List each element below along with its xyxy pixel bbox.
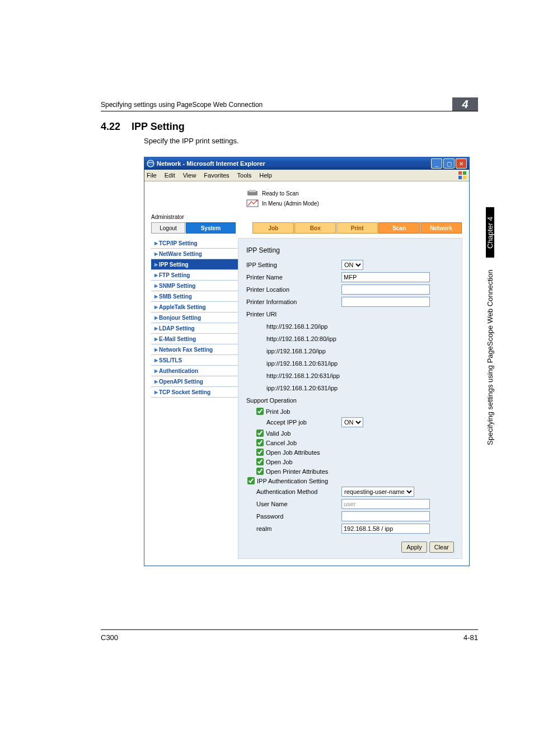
menu-tools[interactable]: Tools	[237, 172, 252, 179]
triangle-icon: ▶	[154, 283, 158, 288]
sidebar-item-label: TCP Socket Setting	[159, 389, 210, 395]
sidebar-item-snmp-setting[interactable]: ▶SNMP Setting	[151, 281, 238, 291]
sidebar-item-label: OpenAPI Setting	[159, 379, 203, 385]
sidebar-item-e-mail-setting[interactable]: ▶E-Mail Setting	[151, 334, 238, 344]
ie-icon	[147, 160, 154, 167]
svg-rect-1	[458, 171, 462, 175]
mode-tabs: Logout System Job Box Print Scan Network	[151, 222, 462, 234]
ipp-setting-select[interactable]: ON	[341, 260, 363, 270]
sidebar-item-tcp-ip-setting[interactable]: ▶TCP/IP Setting	[151, 238, 238, 249]
sidebar-nav: ▶TCP/IP Setting▶NetWare Setting▶IPP Sett…	[151, 238, 238, 559]
sidebar-item-authentication[interactable]: ▶Authentication	[151, 366, 238, 376]
sidebar-item-netware-setting[interactable]: ▶NetWare Setting	[151, 249, 238, 259]
clear-button[interactable]: Clear	[429, 542, 454, 553]
accept-ipp-select[interactable]: ON	[341, 417, 363, 427]
printer-status-icon	[246, 189, 259, 197]
sidebar-item-label: SNMP Setting	[159, 283, 195, 289]
triangle-icon: ▶	[154, 337, 158, 342]
password-input[interactable]	[341, 511, 430, 521]
section-heading: 4.22 IPP Setting	[101, 121, 185, 133]
printer-uri-value: ipp://192.168.1.20/ipp	[246, 348, 326, 354]
apply-button[interactable]: Apply	[401, 542, 427, 553]
printer-location-input[interactable]	[341, 284, 430, 295]
sidebar-item-ipp-setting[interactable]: ▶IPP Setting	[151, 259, 238, 270]
print-job-label: Print Job	[266, 408, 290, 415]
cancel-job-checkbox[interactable]	[256, 439, 264, 446]
auth-method-select[interactable]: requesting-user-name	[341, 487, 414, 497]
triangle-icon: ▶	[154, 390, 158, 395]
svg-point-0	[147, 160, 154, 167]
printer-info-input[interactable]	[341, 297, 430, 307]
sidebar-item-label: SSL/TLS	[159, 357, 182, 363]
side-tab-title: Specifying settings using PageScope Web …	[486, 262, 494, 452]
sidebar-item-label: Authentication	[159, 368, 198, 374]
section-subtext: Specify the IPP print settings.	[144, 137, 239, 145]
window-titlebar[interactable]: Network - Microsoft Internet Explorer _ …	[144, 157, 469, 170]
auth-method-label: Authentication Method	[246, 488, 341, 495]
logout-button[interactable]: Logout	[151, 222, 185, 234]
footer-left: C300	[101, 633, 118, 642]
triangle-icon: ▶	[154, 294, 158, 299]
page-body: Ready to Scan In Menu (Admin Mode) Admin…	[144, 181, 469, 566]
realm-label: realm	[246, 525, 341, 532]
printer-info-label: Printer Information	[246, 298, 341, 305]
menu-view[interactable]: View	[183, 172, 196, 179]
sidebar-item-bonjour-setting[interactable]: ▶Bonjour Setting	[151, 312, 238, 323]
sidebar-item-network-fax-setting[interactable]: ▶Network Fax Setting	[151, 344, 238, 355]
page-header: Specifying settings using PageScope Web …	[101, 97, 478, 111]
triangle-icon: ▶	[154, 347, 158, 352]
sidebar-item-tcp-socket-setting[interactable]: ▶TCP Socket Setting	[151, 387, 238, 398]
open-job-attr-checkbox[interactable]	[256, 449, 264, 456]
open-printer-attr-checkbox[interactable]	[256, 468, 264, 475]
valid-job-checkbox[interactable]	[256, 430, 264, 437]
tab-job[interactable]: Job	[252, 222, 294, 234]
close-button[interactable]: ✕	[456, 158, 467, 169]
triangle-icon: ▶	[154, 251, 158, 256]
breadcrumb-text: Specifying settings using PageScope Web …	[101, 101, 452, 111]
status-admin-mode: In Menu (Admin Mode)	[262, 200, 319, 207]
triangle-icon: ▶	[154, 273, 158, 278]
sidebar-item-smb-setting[interactable]: ▶SMB Setting	[151, 291, 238, 302]
user-name-input[interactable]	[341, 499, 430, 509]
menu-bar: File Edit View Favorites Tools Help	[144, 170, 469, 181]
accept-ipp-label: Accept IPP job	[246, 419, 341, 426]
sidebar-item-openapi-setting[interactable]: ▶OpenAPI Setting	[151, 376, 238, 387]
tab-scan[interactable]: Scan	[378, 222, 420, 234]
svg-rect-4	[463, 176, 466, 179]
tab-print[interactable]: Print	[336, 222, 378, 234]
triangle-icon: ▶	[154, 315, 158, 320]
printer-uri-value: http://192.168.1.20:631/ipp	[246, 372, 340, 379]
svg-rect-6	[249, 190, 256, 192]
printer-name-input[interactable]	[341, 272, 430, 282]
menu-file[interactable]: File	[147, 172, 157, 179]
sidebar-item-label: LDAP Setting	[159, 325, 195, 332]
menu-help[interactable]: Help	[259, 172, 272, 179]
realm-input[interactable]	[341, 524, 430, 534]
password-label: Password	[246, 513, 341, 520]
footer-right: 4-81	[463, 633, 478, 642]
tab-box[interactable]: Box	[294, 222, 336, 234]
triangle-icon: ▶	[154, 358, 158, 363]
admin-mode-icon	[246, 199, 259, 208]
triangle-icon: ▶	[154, 368, 158, 374]
open-job-label: Open Job	[266, 459, 293, 465]
sidebar-item-ssl-tls[interactable]: ▶SSL/TLS	[151, 355, 238, 366]
sidebar-item-label: E-Mail Setting	[159, 336, 196, 342]
minimize-button[interactable]: _	[431, 158, 442, 169]
tab-system[interactable]: System	[186, 222, 236, 234]
triangle-icon: ▶	[154, 379, 158, 384]
sidebar-item-appletalk-setting[interactable]: ▶AppleTalk Setting	[151, 302, 238, 312]
triangle-icon: ▶	[154, 262, 158, 267]
tab-network[interactable]: Network	[420, 222, 462, 234]
maximize-button[interactable]: ▢	[443, 158, 455, 169]
print-job-checkbox[interactable]	[256, 408, 264, 415]
sidebar-item-ldap-setting[interactable]: ▶LDAP Setting	[151, 323, 238, 334]
printer-uri-value: http://192.168.1.20:80/ipp	[246, 335, 336, 342]
ipp-auth-checkbox[interactable]	[247, 477, 255, 484]
sidebar-item-label: TCP/IP Setting	[159, 240, 198, 246]
side-tab-chapter: Chapter 4	[486, 207, 494, 258]
menu-favorites[interactable]: Favorites	[204, 172, 229, 179]
sidebar-item-ftp-setting[interactable]: ▶FTP Setting	[151, 270, 238, 281]
menu-edit[interactable]: Edit	[165, 172, 175, 179]
open-job-checkbox[interactable]	[256, 458, 264, 465]
